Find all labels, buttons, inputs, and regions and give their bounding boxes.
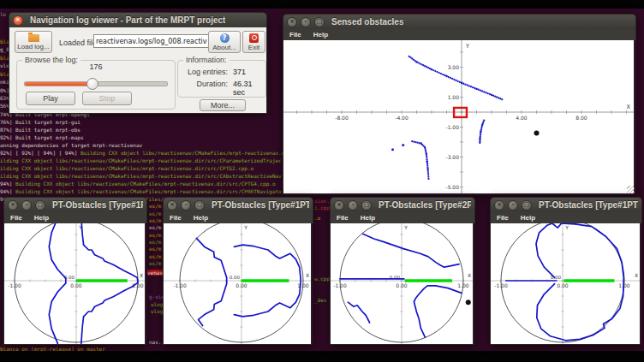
pt3-window-title: PT-Obstacles [Type#2PTG,a <box>379 200 471 210</box>
close-icon[interactable]: × <box>287 17 297 27</box>
svg-text:1.00: 1.00 <box>618 282 630 288</box>
menu-file[interactable]: File <box>170 214 182 222</box>
pt-obstacles-window-3: × – ▢ PT-Obstacles [Type#2PTG,a File Hel… <box>330 197 475 345</box>
svg-text:0.00: 0.00 <box>557 282 569 288</box>
pt-obstacles-window-1: × – ▢ PT-Obstacles [Type#1PTG,ci File He… <box>3 197 147 345</box>
svg-text:X: X <box>306 272 309 278</box>
pt2-plot: -1.000.001.000.00-1.00YX <box>163 223 312 345</box>
svg-text:-8.00: -8.00 <box>335 115 349 121</box>
svg-text:-4.00: -4.00 <box>395 115 408 121</box>
log-slider[interactable] <box>24 81 168 86</box>
svg-text:-1.00: -1.00 <box>494 282 508 288</box>
pt3-plot: -1.000.001.000.00-1.00YX <box>330 223 474 345</box>
slider-value: 176 <box>17 62 175 71</box>
svg-text:1.00: 1.00 <box>457 282 469 288</box>
menu-file[interactable]: File <box>337 214 349 222</box>
svg-text:X: X <box>140 272 143 278</box>
information-group-title: Information: <box>183 56 230 64</box>
log-entries-label: Log entries: <box>178 68 228 76</box>
pt2-titlebar[interactable]: × – ▢ PT-Obstacles [Type#1PTG,c <box>163 197 313 212</box>
pt4-titlebar[interactable]: × – ▢ PT-Obstacles [Type#1PTG,c <box>490 197 642 212</box>
menu-file[interactable]: File <box>10 214 22 222</box>
sensed-obstacles-plot: -8.00-4.004.008.003.001.00-1.00-3.00-5.0… <box>283 40 635 194</box>
svg-text:1.00: 1.00 <box>448 94 460 100</box>
svg-text:-1.00: -1.00 <box>235 343 248 345</box>
pt-obstacles-window-2: × – ▢ PT-Obstacles [Type#1PTG,c File Hel… <box>163 197 313 345</box>
maximize-icon[interactable]: ▢ <box>194 200 205 211</box>
svg-text:-1.00: -1.00 <box>333 282 347 288</box>
menu-help[interactable]: Help <box>194 214 208 222</box>
svg-text:3.00: 3.00 <box>448 64 460 70</box>
minimize-icon[interactable]: – <box>508 200 518 211</box>
svg-text:-1.00: -1.00 <box>395 343 408 345</box>
svg-text:-3.00: -3.00 <box>445 154 459 160</box>
maximize-icon[interactable]: ▢ <box>361 200 372 211</box>
play-button[interactable]: Play <box>26 92 75 105</box>
minimize-icon[interactable]: – <box>348 200 358 211</box>
svg-text:Y: Y <box>465 43 469 50</box>
stop-button[interactable]: Stop <box>82 92 132 105</box>
svg-text:-5.00: -5.00 <box>445 184 459 190</box>
svg-text:4.00: 4.00 <box>516 115 528 121</box>
exit-label: Exit <box>248 44 259 51</box>
loaded-file-input[interactable] <box>93 34 210 48</box>
svg-text:Y: Y <box>243 224 247 230</box>
load-log-label: Load log... <box>17 43 49 50</box>
close-icon[interactable]: × <box>13 15 23 26</box>
more-button[interactable]: More... <box>200 99 246 111</box>
menu-help[interactable]: Help <box>34 214 49 222</box>
menu-file[interactable]: File <box>497 214 509 222</box>
slider-knob[interactable] <box>86 78 98 90</box>
question-icon: ? <box>220 33 230 43</box>
svg-text:0.00: 0.00 <box>230 275 241 280</box>
svg-text:Y: Y <box>564 224 569 230</box>
menu-file[interactable]: File <box>289 31 301 39</box>
pt1-window-title: PT-Obstacles [Type#1PTG,ci <box>52 200 143 210</box>
maximize-icon[interactable]: ▢ <box>35 200 45 211</box>
information-group: Information: Log entries: 371 Duration: … <box>177 60 266 98</box>
pt2-menubar: File Help <box>163 212 313 223</box>
close-icon[interactable]: × <box>334 200 344 211</box>
resize-grip[interactable] <box>627 186 635 193</box>
pt1-menubar: File Help <box>3 212 147 223</box>
navlog-window: × Navigation log viewer - Part of the MR… <box>9 12 267 113</box>
maximize-icon[interactable]: ▢ <box>314 17 325 27</box>
about-label: About... <box>212 44 236 51</box>
pt1-titlebar[interactable]: × – ▢ PT-Obstacles [Type#1PTG,ci <box>3 197 147 212</box>
close-icon[interactable]: × <box>8 200 18 211</box>
close-icon[interactable]: × <box>167 200 177 211</box>
navlog-titlebar[interactable]: × Navigation log viewer - Part of the MR… <box>9 12 267 27</box>
close-icon[interactable]: × <box>494 200 504 211</box>
svg-text:X: X <box>468 272 471 278</box>
pt4-window-title: PT-Obstacles [Type#1PTG,c <box>539 200 638 210</box>
menu-help[interactable]: Help <box>313 31 328 39</box>
sensed-titlebar[interactable]: × – ▢ Sensed obstacles <box>283 14 636 29</box>
navlog-body: Load log... Loaded file: ? About... Exit… <box>9 27 267 114</box>
pt4-plot: -1.000.001.000.00-1.00YX <box>490 223 641 345</box>
sensed-obstacles-window: × – ▢ Sensed obstacles File Help -8.00-4… <box>283 14 636 195</box>
sensed-menubar: File Help <box>283 29 636 40</box>
pt1-plot: -1.000.001.000.00-1.00YX <box>3 223 146 345</box>
pt2-window-title: PT-Obstacles [Type#1PTG,c <box>212 200 309 210</box>
svg-text:0.00: 0.00 <box>70 282 82 288</box>
svg-text:-1.00: -1.00 <box>8 282 21 288</box>
minimize-icon[interactable]: – <box>301 17 311 27</box>
log-entries-value: 371 <box>233 68 246 76</box>
folder-icon <box>28 34 39 42</box>
navlog-window-title: Navigation log viewer - Part of the MRPT… <box>30 15 225 25</box>
duration-label: Duration: <box>178 80 228 88</box>
minimize-icon[interactable]: – <box>181 200 191 211</box>
load-log-button[interactable]: Load log... <box>15 31 52 53</box>
svg-text:-1.00: -1.00 <box>445 124 459 130</box>
menu-help[interactable]: Help <box>361 214 375 222</box>
pt-obstacles-window-4: × – ▢ PT-Obstacles [Type#1PTG,c File Hel… <box>490 197 642 345</box>
about-button[interactable]: ? About... <box>208 31 241 53</box>
exit-icon <box>249 33 259 43</box>
menu-help[interactable]: Help <box>521 214 535 222</box>
exit-button[interactable]: Exit <box>242 31 265 53</box>
minimize-icon[interactable]: – <box>21 200 32 211</box>
svg-text:X: X <box>635 272 638 278</box>
maximize-icon[interactable]: ▢ <box>522 200 532 211</box>
svg-text:-1.00: -1.00 <box>556 343 569 345</box>
pt3-titlebar[interactable]: × – ▢ PT-Obstacles [Type#2PTG,a <box>330 197 475 212</box>
